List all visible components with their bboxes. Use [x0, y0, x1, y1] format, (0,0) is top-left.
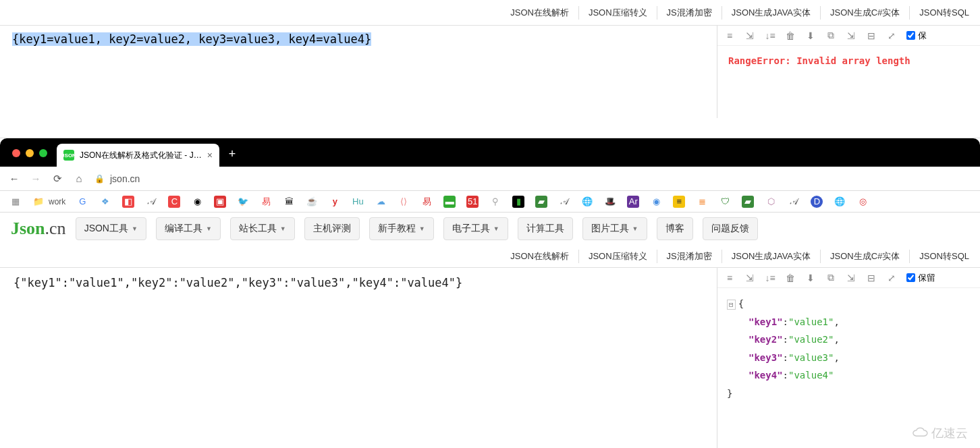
back-icon[interactable]: ← — [8, 173, 20, 184]
browser-tab-strip: JSON JSON在线解析及格式化验证 - J… × + — [0, 138, 980, 167]
menu-json-tools[interactable]: JSON工具▼ — [76, 217, 146, 240]
maximize-window-icon[interactable] — [39, 149, 47, 157]
bookmark-icon-3[interactable]: 𝒜 — [145, 196, 157, 208]
database-icon[interactable]: ≡ — [724, 30, 735, 41]
bookmark-google-icon[interactable]: G — [76, 196, 88, 208]
new-tab-button[interactable]: + — [229, 147, 236, 161]
bookmark-icon-28[interactable]: ⬡ — [765, 196, 777, 208]
menu-tutorials[interactable]: 新手教程▼ — [369, 217, 434, 240]
input-text[interactable]: {"key1":"value1","key2":"value2","key3":… — [13, 276, 462, 289]
bookmark-icon-9[interactable]: ☕ — [306, 196, 318, 208]
menu-host-review[interactable]: 主机评测 — [304, 217, 360, 240]
bookmark-icon-22[interactable]: 🎩 — [604, 196, 616, 208]
bookmark-icon-20[interactable]: 𝒜 — [558, 196, 570, 208]
subtab-json-csharp[interactable]: JSON生成C#实体 — [821, 250, 910, 263]
bookmark-icon-2[interactable]: ◧ — [122, 196, 134, 208]
database-icon[interactable]: ≡ — [724, 273, 735, 283]
minimize-window-icon[interactable] — [26, 149, 34, 157]
menu-calc-tools[interactable]: 计算工具 — [518, 217, 573, 240]
bookmark-work[interactable]: work — [49, 197, 65, 206]
bookmark-icon-15[interactable]: ▬ — [443, 196, 456, 208]
download-icon[interactable]: ⬇ — [805, 273, 816, 283]
input-pane[interactable]: {"key1":"value1","key2":"value2","key3":… — [0, 268, 717, 448]
browser-tab-active[interactable]: JSON JSON在线解析及格式化验证 - J… × — [57, 144, 219, 167]
bookmark-icon-14[interactable]: 易 — [420, 196, 433, 208]
home-icon[interactable]: ⌂ — [73, 173, 85, 184]
bookmark-icon-6[interactable]: 🐦 — [237, 196, 249, 208]
menu-feedback[interactable]: 问题反馈 — [703, 217, 758, 240]
bookmark-icon-1[interactable]: ❖ — [99, 196, 111, 208]
minus-icon[interactable]: ⊟ — [866, 273, 877, 283]
folder-icon[interactable]: 📁 — [32, 196, 45, 208]
export-icon[interactable]: ⇲ — [744, 30, 755, 41]
collapse-icon[interactable]: ⇲ — [846, 30, 856, 41]
upper-input-pane[interactable]: {key1=value1, key2=value2, key3=value3, … — [0, 26, 717, 118]
url-input[interactable]: 🔒 json.cn — [94, 173, 972, 184]
upper-input-text[interactable]: {key1=value1, key2=value2, key3=value3, … — [12, 32, 371, 46]
subtab-json-compress[interactable]: JSON压缩转义 — [579, 6, 657, 20]
close-window-icon[interactable] — [12, 149, 20, 157]
minus-icon[interactable]: ⊟ — [866, 30, 877, 41]
bookmark-icon-5[interactable]: ▣ — [214, 196, 226, 208]
save-checkbox-input[interactable] — [906, 273, 915, 282]
bookmark-icon-7[interactable]: 易 — [260, 196, 272, 208]
download-icon[interactable]: ⬇ — [805, 30, 816, 41]
export-icon[interactable]: ⇲ — [744, 273, 755, 283]
bookmark-icon-23[interactable]: Ar — [627, 196, 639, 208]
apps-icon[interactable]: ▦ — [9, 196, 22, 208]
subtab-json-parse[interactable]: JSON在线解析 — [501, 250, 579, 263]
save-checkbox[interactable]: 保 — [906, 30, 927, 42]
sort-icon[interactable]: ↓≡ — [765, 30, 775, 41]
bookmark-icon-11[interactable]: Hu — [352, 196, 364, 208]
collapse-icon[interactable]: ⇲ — [846, 273, 856, 283]
bookmark-icon-26[interactable]: 🛡 — [719, 196, 731, 208]
expand-icon[interactable]: ⤢ — [886, 273, 897, 283]
subtab-json-csharp[interactable]: JSON生成C#实体 — [821, 6, 910, 20]
expand-icon[interactable]: ⤢ — [886, 30, 897, 41]
menu-compile-tools[interactable]: 编译工具▼ — [156, 217, 221, 240]
subtab-js-obfuscate[interactable]: JS混淆加密 — [657, 6, 722, 20]
bookmark-icon-4[interactable]: C — [168, 196, 180, 208]
trash-icon[interactable]: 🗑 — [785, 30, 796, 41]
bookmark-icon-19[interactable]: ▰ — [535, 196, 547, 208]
bookmark-icon-27[interactable]: ▰ — [742, 196, 754, 208]
bookmark-icon-8[interactable]: 🏛 — [283, 196, 295, 208]
bookmark-icon-30[interactable]: D — [811, 196, 823, 208]
bookmark-icon-21[interactable]: 🌐 — [581, 196, 593, 208]
collapse-toggle-icon[interactable]: ⊟ — [727, 300, 736, 310]
subtab-json-java[interactable]: JSON生成JAVA实体 — [722, 250, 821, 263]
save-checkbox-input[interactable] — [906, 31, 915, 40]
copy-icon[interactable]: ⧉ — [825, 30, 836, 41]
logo[interactable]: Json.cn — [11, 219, 66, 239]
bookmark-icon-31[interactable]: 🌐 — [834, 196, 846, 208]
bookmark-icon-10[interactable]: y — [329, 196, 341, 208]
bookmark-icon-18[interactable]: ▮ — [512, 196, 524, 208]
bookmark-icon-32[interactable]: ◎ — [856, 196, 869, 208]
sort-icon[interactable]: ↓≡ — [765, 273, 775, 283]
bookmark-icon-25[interactable]: ≡ — [673, 196, 685, 208]
subtab-json-sql[interactable]: JSON转SQL — [910, 250, 979, 263]
copy-icon[interactable]: ⧉ — [825, 273, 836, 283]
subtab-json-sql[interactable]: JSON转SQL — [910, 6, 979, 20]
bookmark-icon-24[interactable]: ◉ — [650, 196, 662, 208]
bookmark-github-icon[interactable]: ◉ — [191, 196, 203, 208]
bookmark-icon-13[interactable]: ⟨⟩ — [398, 196, 410, 208]
bookmark-stackoverflow-icon[interactable]: ≣ — [696, 196, 708, 208]
bookmark-icon-12[interactable]: ☁ — [375, 196, 387, 208]
menu-electronic-tools[interactable]: 电子工具▼ — [443, 217, 508, 240]
save-label: 保留 — [918, 272, 935, 284]
bookmark-icon-16[interactable]: 51 — [466, 196, 479, 208]
subtab-json-java[interactable]: JSON生成JAVA实体 — [722, 6, 821, 20]
tab-close-icon[interactable]: × — [207, 150, 213, 161]
bookmark-icon-17[interactable]: ⚲ — [489, 196, 501, 208]
menu-image-tools[interactable]: 图片工具▼ — [582, 217, 647, 240]
bookmark-icon-29[interactable]: 𝒜 — [788, 196, 800, 208]
subtab-json-parse[interactable]: JSON在线解析 — [501, 6, 579, 20]
save-checkbox[interactable]: 保留 — [906, 272, 935, 284]
trash-icon[interactable]: 🗑 — [785, 273, 796, 283]
menu-blog[interactable]: 博客 — [657, 217, 693, 240]
subtab-json-compress[interactable]: JSON压缩转义 — [579, 250, 657, 263]
subtab-js-obfuscate[interactable]: JS混淆加密 — [657, 250, 722, 263]
reload-icon[interactable]: ⟳ — [51, 173, 63, 185]
menu-webmaster-tools[interactable]: 站长工具▼ — [230, 217, 295, 240]
